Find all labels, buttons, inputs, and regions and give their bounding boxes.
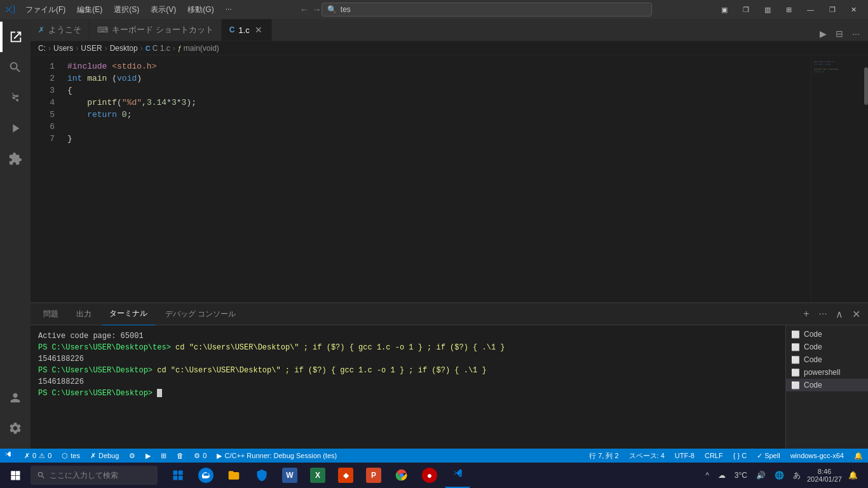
panel-tab-output[interactable]: 出力 bbox=[69, 303, 99, 325]
taskbar-edge[interactable] bbox=[193, 463, 219, 488]
panel-tab-terminal[interactable]: ターミナル bbox=[102, 303, 155, 325]
menu-edit[interactable]: 編集(E) bbox=[72, 3, 107, 17]
tab-1c-close[interactable]: ✕ bbox=[254, 25, 264, 35]
status-errors[interactable]: ✗ 0 ⚠ 0 bbox=[19, 449, 57, 463]
status-tes[interactable]: ⬡ tes bbox=[57, 449, 85, 463]
terminal-side-item-1[interactable]: ⬜ Code bbox=[786, 328, 868, 341]
settings-icon[interactable] bbox=[0, 413, 31, 444]
status-language[interactable]: { } C bbox=[728, 449, 752, 463]
start-button[interactable] bbox=[3, 463, 28, 488]
source-control-activity-icon[interactable] bbox=[0, 83, 31, 113]
taskbar-network[interactable]: 🌐 bbox=[772, 470, 787, 481]
edge-icon bbox=[198, 468, 214, 483]
menu-file[interactable]: ファイル(F) bbox=[20, 3, 71, 17]
panel-up-button[interactable]: ∧ bbox=[832, 307, 846, 321]
tab-welcome[interactable]: ✗ ようこそ bbox=[31, 19, 90, 41]
status-eol[interactable]: CRLF bbox=[700, 449, 728, 463]
taskbar-up-arrow[interactable]: ^ bbox=[703, 470, 712, 481]
status-grid[interactable]: ⊞ bbox=[156, 449, 172, 463]
taskbar-search[interactable]: ここに入力して検索 bbox=[31, 466, 158, 485]
close-button[interactable]: ✕ bbox=[844, 4, 863, 15]
status-run-play[interactable]: ▶ bbox=[140, 449, 156, 463]
taskbar-store[interactable] bbox=[249, 463, 275, 488]
taskbar-chrome[interactable] bbox=[389, 463, 414, 488]
split-editor-button[interactable]: ⊟ bbox=[832, 27, 846, 41]
forward-button[interactable]: → bbox=[313, 4, 322, 15]
c-file-icon: C bbox=[229, 25, 235, 34]
terminal-content[interactable]: Active code page: 65001 PS C:\Users\USER… bbox=[31, 325, 785, 449]
breadcrumb-user[interactable]: USER bbox=[81, 44, 102, 53]
breadcrumb-desktop[interactable]: Desktop bbox=[110, 44, 138, 53]
taskbar-cloud[interactable]: ☁ bbox=[715, 470, 728, 481]
menu-select[interactable]: 選択(S) bbox=[109, 3, 144, 17]
explorer-icon[interactable] bbox=[0, 22, 31, 52]
status-gear[interactable]: ⚙ bbox=[124, 449, 140, 463]
panel-tab-problems[interactable]: 問題 bbox=[36, 303, 66, 325]
taskbar-app-orange[interactable]: ◆ bbox=[333, 463, 358, 488]
taskbar-ime[interactable]: あ bbox=[790, 469, 803, 482]
vertical-scrollbar[interactable] bbox=[862, 55, 868, 302]
minimap-content: #include <stdio.h> int main (void) { pri… bbox=[811, 55, 862, 81]
panel-tab-debug[interactable]: デバッグ コンソール bbox=[158, 303, 243, 325]
taskbar-file-explorer[interactable] bbox=[221, 463, 247, 488]
taskbar-red-app[interactable]: ● bbox=[417, 463, 442, 488]
minimize-button[interactable]: — bbox=[801, 4, 820, 15]
terminal-side-item-2[interactable]: ⬜ Code bbox=[786, 341, 868, 353]
command-palette-box[interactable]: 🔍 bbox=[322, 3, 652, 17]
menu-more[interactable]: ··· bbox=[220, 3, 237, 17]
status-delete[interactable]: 🗑 bbox=[172, 449, 189, 463]
breadcrumb-users[interactable]: Users bbox=[53, 44, 73, 53]
account-icon[interactable] bbox=[0, 383, 31, 413]
status-debug[interactable]: ✗ Debug bbox=[85, 449, 124, 463]
tab-1c[interactable]: C 1.c ✕ bbox=[222, 19, 272, 41]
taskbar-word[interactable]: W bbox=[277, 463, 302, 488]
breadcrumb-file[interactable]: C C 1.c bbox=[146, 44, 170, 53]
taskbar-clock[interactable]: 8:46 2024/01/27 bbox=[807, 468, 842, 483]
back-button[interactable]: ← bbox=[300, 4, 309, 15]
status-notification-icon[interactable]: 🔔 bbox=[849, 449, 868, 463]
status-count-0[interactable]: ⚙ 0 bbox=[189, 449, 212, 463]
run-activity-icon[interactable] bbox=[0, 113, 31, 144]
taskbar-weather[interactable]: 3°C bbox=[732, 470, 750, 481]
status-encoding[interactable]: UTF-8 bbox=[670, 449, 700, 463]
taskbar-vscode[interactable] bbox=[445, 463, 470, 488]
taskbar-excel[interactable]: X bbox=[305, 463, 330, 488]
editor-content[interactable]: 1 2 3 4 5 6 7 #include <stdio.h> int mai… bbox=[31, 55, 868, 302]
layout-btn-1[interactable]: ▣ bbox=[715, 4, 734, 15]
taskbar-sound[interactable]: 🔊 bbox=[754, 470, 768, 481]
more-actions-button[interactable]: ··· bbox=[849, 27, 863, 41]
menu-go[interactable]: 移動(G) bbox=[182, 3, 219, 17]
run-button[interactable]: ▶ bbox=[816, 27, 830, 41]
code-editor[interactable]: #include <stdio.h> int main (void) { pri… bbox=[62, 55, 811, 302]
breadcrumb-c[interactable]: C: bbox=[38, 44, 46, 53]
taskbar-powerpoint[interactable]: P bbox=[361, 463, 386, 488]
layout-btn-3[interactable]: ▥ bbox=[758, 4, 777, 15]
status-runner[interactable]: ▶ C/C++ Runner: Debug Session (tes) bbox=[212, 449, 342, 463]
restore-button[interactable]: ❐ bbox=[823, 4, 842, 15]
debug-label: Debug bbox=[98, 452, 119, 459]
layout-btn-2[interactable]: ❐ bbox=[736, 4, 756, 15]
search-input[interactable] bbox=[341, 5, 646, 14]
panel-more-button[interactable]: ··· bbox=[816, 307, 830, 321]
breadcrumb-function[interactable]: ƒ main(void) bbox=[178, 44, 219, 53]
terminal-side-item-5[interactable]: ⬜ Code bbox=[786, 379, 868, 391]
add-terminal-button[interactable]: + bbox=[799, 307, 813, 321]
layout-btn-4[interactable]: ⊞ bbox=[780, 4, 798, 15]
taskbar-task-view[interactable] bbox=[165, 463, 191, 488]
status-vscode-icon[interactable] bbox=[0, 449, 19, 463]
taskbar-notification[interactable]: 🔔 bbox=[846, 470, 860, 481]
status-compiler[interactable]: windows-gcc-x64 bbox=[785, 449, 849, 463]
terminal-side-item-4[interactable]: ⬜ powershell bbox=[786, 366, 868, 379]
code-line-1: #include <stdio.h> bbox=[67, 60, 811, 72]
status-spell[interactable]: ✓ Spell bbox=[752, 449, 785, 463]
search-icon: 🔍 bbox=[327, 5, 337, 14]
menu-view[interactable]: 表示(V) bbox=[146, 3, 181, 17]
warning-icon: ⚠ bbox=[39, 452, 45, 460]
status-spaces[interactable]: スペース: 4 bbox=[624, 449, 670, 463]
extensions-activity-icon[interactable] bbox=[0, 144, 31, 174]
panel-close-button[interactable]: ✕ bbox=[849, 307, 863, 321]
tab-keyboard-shortcuts[interactable]: ⌨ キーボード ショートカット bbox=[90, 19, 222, 41]
status-position[interactable]: 行 7, 列 2 bbox=[584, 449, 623, 463]
search-activity-icon[interactable] bbox=[0, 52, 31, 83]
terminal-side-item-3[interactable]: ⬜ Code bbox=[786, 353, 868, 366]
